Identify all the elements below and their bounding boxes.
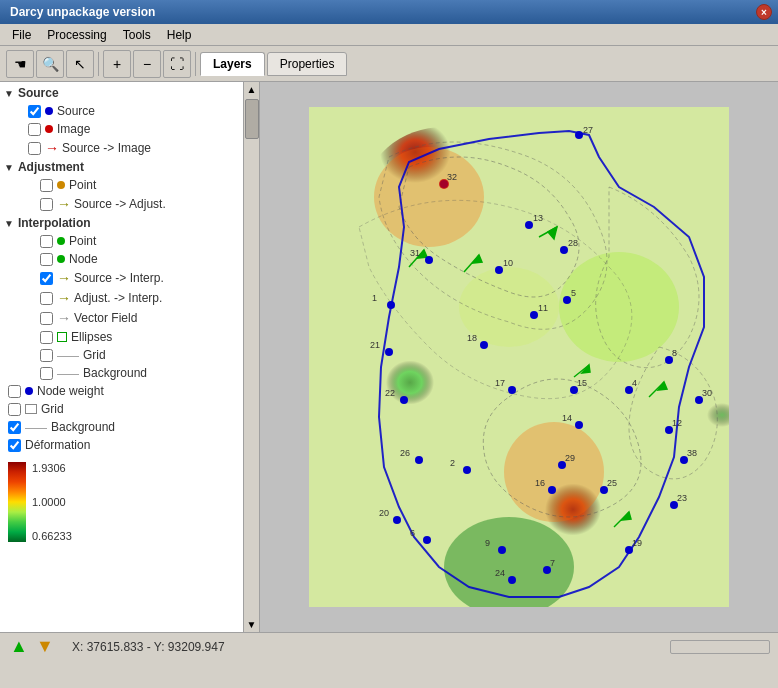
- svg-text:22: 22: [385, 388, 395, 398]
- source-adjust-label: Source -> Adjust.: [74, 197, 166, 211]
- move-down-button[interactable]: ▼: [34, 636, 56, 658]
- image-label: Image: [57, 122, 90, 136]
- svg-text:9: 9: [485, 538, 490, 548]
- svg-text:13: 13: [533, 213, 543, 223]
- layer-source-image-checkbox[interactable]: [28, 142, 41, 155]
- vertical-scrollbar[interactable]: ▲ ▼: [243, 82, 259, 632]
- svg-point-23: [575, 131, 583, 139]
- interp-point-checkbox[interactable]: [40, 235, 53, 248]
- arrow-right-icon: →: [45, 140, 59, 156]
- layer-source-checkbox[interactable]: [28, 105, 41, 118]
- svg-point-8: [559, 252, 679, 362]
- scroll-thumb[interactable]: [245, 99, 259, 139]
- zoom-out-button[interactable]: −: [133, 50, 161, 78]
- arrow-right2-icon: →: [57, 196, 71, 212]
- scroll-down-btn[interactable]: ▼: [244, 617, 259, 632]
- select-button[interactable]: ↖: [66, 50, 94, 78]
- node-weight-dot: [25, 387, 33, 395]
- menu-processing[interactable]: Processing: [39, 26, 114, 44]
- layer-background: —— Background: [0, 418, 243, 436]
- svg-text:15: 15: [577, 378, 587, 388]
- svg-text:29: 29: [565, 453, 575, 463]
- tab-properties[interactable]: Properties: [267, 52, 348, 76]
- interp-point-label: Point: [69, 234, 96, 248]
- svg-text:38: 38: [687, 448, 697, 458]
- horizontal-scrollbar[interactable]: [670, 640, 770, 654]
- menu-file[interactable]: File: [4, 26, 39, 44]
- svg-point-69: [548, 486, 556, 494]
- title-bar: Darcy unpackage version ×: [0, 0, 778, 24]
- scroll-up-btn[interactable]: ▲: [244, 82, 259, 97]
- menu-help[interactable]: Help: [159, 26, 200, 44]
- svg-point-83: [508, 576, 516, 584]
- svg-text:18: 18: [467, 333, 477, 343]
- close-button[interactable]: ×: [756, 4, 772, 20]
- svg-text:26: 26: [400, 448, 410, 458]
- svg-point-75: [393, 516, 401, 524]
- svg-point-29: [560, 246, 568, 254]
- colorbar: [8, 462, 26, 542]
- colorbar-container: 1.9306 1.0000 0.66233: [8, 462, 235, 542]
- green-box-icon: [57, 332, 67, 342]
- layer-grid-interp: —— Grid: [0, 346, 243, 364]
- svg-text:12: 12: [672, 418, 682, 428]
- fit-button[interactable]: ⛶: [163, 50, 191, 78]
- layer-node: Node: [0, 250, 243, 268]
- layer-panel: ▼ Source Source Image → Source -: [0, 82, 243, 632]
- hand-tool-button[interactable]: ☚: [6, 50, 34, 78]
- svg-text:28: 28: [568, 238, 578, 248]
- node-weight-checkbox[interactable]: [8, 385, 21, 398]
- source-label: Source: [57, 104, 95, 118]
- grid-checkbox[interactable]: [8, 403, 21, 416]
- background-checkbox[interactable]: [8, 421, 21, 434]
- svg-point-65: [463, 466, 471, 474]
- grid-interp-label: Grid: [83, 348, 106, 362]
- menu-tools[interactable]: Tools: [115, 26, 159, 44]
- svg-point-55: [575, 421, 583, 429]
- svg-text:7: 7: [550, 558, 555, 568]
- move-up-button[interactable]: ▲: [8, 636, 30, 658]
- status-bar: ▲ ▼ X: 37615.833 - Y: 93209.947: [0, 632, 778, 660]
- zoom-in-button[interactable]: 🔍: [36, 50, 64, 78]
- ellipses-checkbox[interactable]: [40, 331, 53, 344]
- colorbar-max: 1.9306: [32, 462, 72, 474]
- layer-image: Image: [0, 120, 243, 138]
- adjustment-section-header[interactable]: ▼ Adjustment: [0, 158, 243, 176]
- layer-deformation: Déformation: [0, 436, 243, 454]
- svg-text:1: 1: [372, 293, 377, 303]
- grid-interp-checkbox[interactable]: [40, 349, 53, 362]
- map-container: 27 32 13 28 5 11 31 10 1 21 18 22 17 15 …: [309, 107, 729, 607]
- node-dot: [57, 255, 65, 263]
- zoom-in2-button[interactable]: +: [103, 50, 131, 78]
- svg-point-3: [374, 147, 484, 247]
- menu-bar: File Processing Tools Help: [0, 24, 778, 46]
- adj-point-dot: [57, 181, 65, 189]
- interpolation-section-header[interactable]: ▼ Interpolation: [0, 214, 243, 232]
- svg-text:24: 24: [495, 568, 505, 578]
- source-adjust-checkbox[interactable]: [40, 198, 53, 211]
- node-weight-label: Node weight: [37, 384, 104, 398]
- deformation-label: Déformation: [25, 438, 90, 452]
- background-interp-checkbox[interactable]: [40, 367, 53, 380]
- svg-text:25: 25: [607, 478, 617, 488]
- node-checkbox[interactable]: [40, 253, 53, 266]
- adj-point-checkbox[interactable]: [40, 179, 53, 192]
- layer-tree: ▼ Source Source Image → Source -: [0, 82, 243, 548]
- map-svg: 27 32 13 28 5 11 31 10 1 21 18 22 17 15 …: [309, 107, 729, 607]
- source-section-header[interactable]: ▼ Source: [0, 84, 243, 102]
- layer-source-adjust: → Source -> Adjust.: [0, 194, 243, 214]
- source-interp-checkbox[interactable]: [40, 272, 53, 285]
- vector-field-label: Vector Field: [74, 311, 137, 325]
- vector-field-checkbox[interactable]: [40, 312, 53, 325]
- main-content: ▼ Source Source Image → Source -: [0, 82, 778, 632]
- tab-layers[interactable]: Layers: [200, 52, 265, 76]
- ellipses-label: Ellipses: [71, 330, 112, 344]
- svg-point-47: [508, 386, 516, 394]
- colorbar-min: 0.66233: [32, 530, 72, 542]
- layer-image-checkbox[interactable]: [28, 123, 41, 136]
- adjust-interp-checkbox[interactable]: [40, 292, 53, 305]
- dash-line3-icon: ——: [25, 421, 47, 433]
- window-title: Darcy unpackage version: [6, 5, 756, 19]
- deformation-checkbox[interactable]: [8, 439, 21, 452]
- status-arrows: ▲ ▼: [8, 636, 56, 658]
